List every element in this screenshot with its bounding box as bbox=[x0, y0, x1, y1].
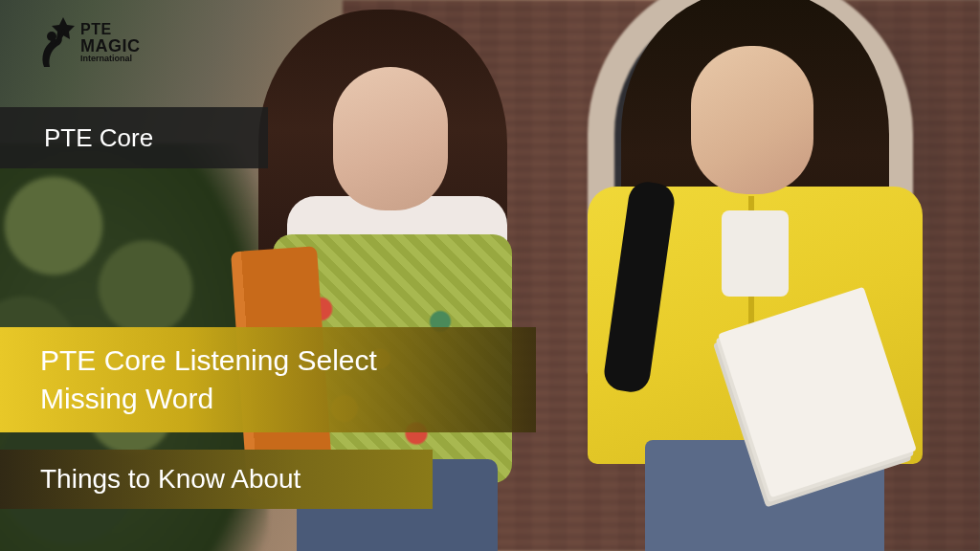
brand-logo: PTE MAGIC International bbox=[34, 17, 141, 67]
logo-line3: International bbox=[80, 55, 141, 63]
title-line1: PTE Core Listening Select bbox=[40, 342, 377, 381]
title-line2: Missing Word bbox=[40, 380, 213, 419]
logo-figure-icon bbox=[34, 17, 75, 67]
title-banner: PTE Core Listening Select Missing Word bbox=[0, 327, 536, 432]
category-text: PTE Core bbox=[44, 123, 153, 153]
subtitle-text: Things to Know About bbox=[40, 464, 301, 495]
logo-line2: MAGIC bbox=[80, 37, 141, 55]
hero-scene: PTE MAGIC International PTE Core PTE Cor… bbox=[0, 0, 980, 551]
category-label: PTE Core bbox=[0, 107, 268, 168]
subtitle-banner: Things to Know About bbox=[0, 450, 433, 509]
student-right bbox=[578, 0, 942, 551]
logo-line1: PTE bbox=[80, 22, 141, 37]
